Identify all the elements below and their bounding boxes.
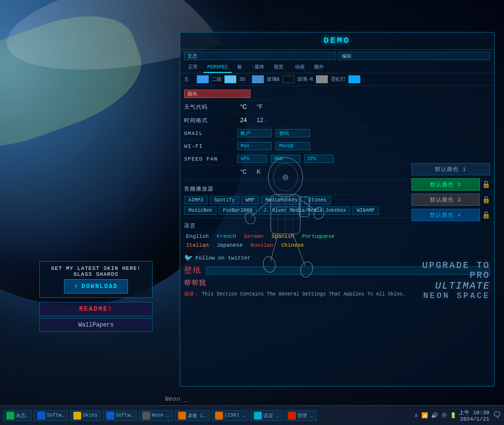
- swatch-glassb[interactable]: [283, 75, 294, 83]
- wallpaper-label: 壁纸: [184, 265, 202, 276]
- swatch-main[interactable]: [197, 75, 209, 83]
- taskbar-label-6: (230) …: [224, 413, 245, 418]
- lock-icon-4: 🔒: [482, 211, 490, 219]
- default-color-3-btn[interactable]: 默认颜色 3: [411, 194, 480, 206]
- time-label: 时间格式: [184, 117, 233, 124]
- taskbar-icon-7: [254, 412, 262, 420]
- weather-row: 天气代码 °C °F: [184, 100, 490, 114]
- svg-point-10: [299, 260, 314, 278]
- taskbar-clock: 上午 10:30 2024/1/21: [459, 409, 489, 422]
- tab-perspec[interactable]: PERSPEC: [203, 62, 232, 73]
- celsius-btn[interactable]: °C: [237, 102, 250, 111]
- tab-visual[interactable]: 视觉: [270, 62, 287, 73]
- glass-shards-box: GET MY LATEST SKIN HERE! GLASS SHARDS ⬇ …: [39, 261, 153, 298]
- default-color-2-btn[interactable]: 默认颜色 2: [411, 178, 480, 191]
- taskbar-item-6[interactable]: (230) …: [212, 410, 249, 421]
- time-24-btn[interactable]: 24: [237, 116, 250, 125]
- swatch-glassr[interactable]: [316, 75, 328, 83]
- tab-normal[interactable]: 正常: [184, 62, 202, 73]
- player-spotify[interactable]: Spotify: [210, 196, 239, 204]
- weather-label: 天气代码: [184, 103, 233, 111]
- readme-button[interactable]: README!: [39, 302, 153, 316]
- lang-french[interactable]: French: [215, 233, 238, 240]
- swatch-3d[interactable]: [252, 75, 264, 83]
- language-label: 语言: [184, 222, 233, 229]
- tab-anim[interactable]: 动画: [291, 62, 309, 73]
- swatch-secondary[interactable]: [224, 75, 236, 83]
- default-colors-panel: 默认颜色 1 默认颜色 2 🔒 默认颜色 3 🔒 默认颜色 4 🔒 UPGRAD…: [411, 163, 490, 300]
- fan-label: SPEED FAN: [184, 156, 233, 162]
- taskbar-item-3[interactable]: Softw…: [103, 410, 137, 421]
- taskbar-item-2[interactable]: Skins: [70, 410, 101, 421]
- taskbar-icon-6: [215, 412, 223, 420]
- twitter-icon: 🐦: [184, 254, 192, 262]
- red-field[interactable]: [184, 90, 251, 98]
- palette-main-label: 主: [184, 76, 194, 83]
- taskbar-label-3: Softw…: [116, 413, 133, 418]
- taskbar-item-8[interactable]: 管理 …: [284, 410, 316, 421]
- tab-final[interactable]: ·最终: [248, 62, 268, 73]
- taskbar-icon-0: [6, 412, 14, 420]
- player-musicbee[interactable]: MusicBee: [184, 206, 217, 215]
- taskbar-label-1: Softw…: [47, 413, 64, 418]
- taskbar-icon-1: [37, 412, 45, 420]
- gmail-password-input[interactable]: [276, 129, 310, 137]
- lang-italian[interactable]: Italian: [184, 242, 211, 249]
- svg-line-7: [271, 234, 278, 261]
- ultimate-text: ULTIMATE: [411, 280, 490, 292]
- palette-secondary-label: 二级: [212, 76, 221, 83]
- taskbar-icon-8: [288, 412, 296, 420]
- taskbar: 未态… Softw… Skins Softw… Neon … 桌板 L… (23…: [0, 405, 504, 425]
- time-row: 时间格式 24 12·: [184, 114, 490, 127]
- lang-english[interactable]: English: [184, 233, 211, 240]
- palette-glassr-label: 玻璃·R: [297, 76, 313, 83]
- taskbar-item-4[interactable]: Neon …: [139, 410, 173, 421]
- taskbar-icon-3: [106, 412, 114, 420]
- tab-ban[interactable]: 板: [233, 62, 246, 73]
- wifi-label: WI-FI: [184, 143, 233, 149]
- clock-time: 上午 10:30: [459, 409, 489, 416]
- tab-row: 正常 PERSPEC 板 ·最终 视觉 动画 额外: [180, 62, 494, 73]
- tray-icons: ∧ 📶 🔊 亦 🔋: [414, 412, 457, 419]
- wallpapers-button[interactable]: WallPapers: [39, 318, 153, 332]
- taskbar-item-5[interactable]: 桌板 L…: [175, 410, 210, 421]
- upgrade-text[interactable]: UPGRADE TO PRO: [411, 261, 490, 280]
- taskbar-item-0[interactable]: 未态…: [3, 410, 32, 421]
- notification-icon[interactable]: 🗨: [493, 411, 501, 420]
- taskbar-label-8: 管理 …: [297, 412, 313, 419]
- upgrade-section: UPGRADE TO PRO ULTIMATE NEON SPACE: [411, 261, 490, 300]
- taskbar-icon-5: [178, 412, 186, 420]
- path-bar: [180, 50, 494, 62]
- desc-label: 描述：: [184, 292, 199, 297]
- path-input-2[interactable]: [338, 52, 490, 60]
- main-panel: DEMO 正常 PERSPEC 板 ·最终 视觉 动画 额外 主 二级 3D 玻…: [180, 32, 495, 387]
- svg-point-5: [243, 211, 256, 225]
- player-winamp[interactable]: WINAMP: [352, 206, 379, 215]
- default-color-3-row: 默认颜色 3 🔒: [411, 194, 490, 206]
- taskbar-item-1[interactable]: Softw…: [34, 410, 68, 421]
- taskbar-icon-2: [73, 412, 81, 420]
- gmail-label: GMAIL: [184, 131, 233, 136]
- palette-3d-label: 3D: [239, 77, 249, 82]
- clock-date: 2024/1/21: [459, 416, 489, 422]
- neon-space-text: NEON SPACE: [411, 292, 490, 300]
- default-color-1-btn[interactable]: 默认颜色 1: [411, 163, 490, 175]
- path-input-1[interactable]: [184, 52, 336, 60]
- svg-line-3: [251, 199, 271, 217]
- palette-neon-label: 霓虹灯: [331, 76, 346, 83]
- download-button[interactable]: ⬇ DOWNLOAD: [64, 279, 128, 294]
- player-aimp3[interactable]: AIMP3: [184, 196, 208, 204]
- default-color-4-btn[interactable]: 默认颜色 4: [411, 209, 480, 221]
- gmail-account-input[interactable]: [237, 129, 272, 137]
- default-color-4-row: 默认颜色 4 🔒: [411, 209, 490, 221]
- taskbar-label-5: 桌板 L…: [188, 412, 206, 419]
- red-input-row: [184, 88, 490, 100]
- help-text[interactable]: 帮帮我: [184, 279, 206, 287]
- time-12-btn[interactable]: 12·: [253, 116, 268, 125]
- tab-extra[interactable]: 额外: [310, 62, 328, 73]
- fahrenheit-btn[interactable]: °F: [253, 102, 265, 111]
- taskbar-item-7[interactable]: 设定 …: [251, 410, 283, 421]
- panel-title: DEMO: [180, 33, 494, 50]
- astronaut-figure: [236, 148, 335, 320]
- swatch-neon[interactable]: [348, 75, 360, 83]
